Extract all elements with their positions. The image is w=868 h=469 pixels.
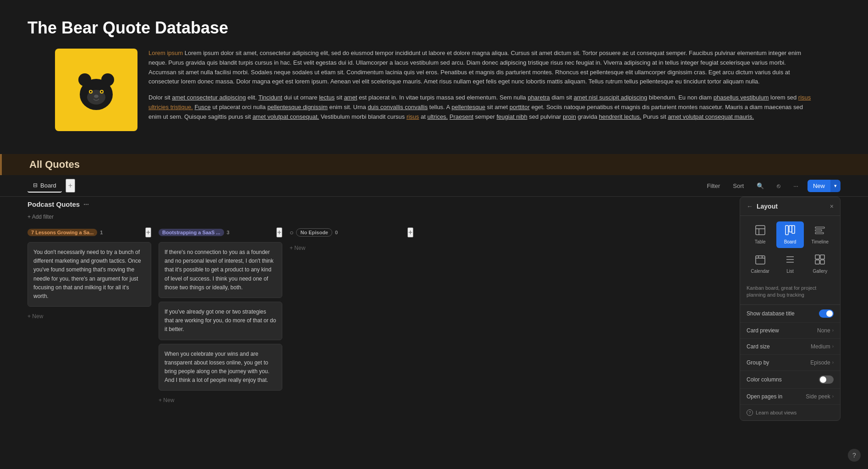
board-tab-icon: ⊟	[33, 182, 38, 188]
kanban-card-1-1[interactable]: You don't necessarily need to try a bunc…	[27, 242, 151, 307]
toolbar: ⊟ Board + Filter Sort 🔍 ⎋ ··· New ▾	[0, 175, 868, 197]
svg-rect-18	[756, 256, 765, 264]
column-tag-2: Bootstrapping a SaaS ...	[159, 229, 224, 236]
column-title-1: 7 Lessons Growing a Sa... 1	[27, 229, 103, 236]
add-tab-button[interactable]: +	[66, 179, 75, 193]
card-size-label: Card size	[747, 343, 770, 350]
svg-rect-26	[820, 255, 824, 259]
connections-button[interactable]: ⎋	[773, 181, 784, 191]
svg-point-7	[101, 91, 103, 93]
svg-rect-28	[820, 260, 824, 264]
kanban-card-2-1[interactable]: If there's no connection to you as a fou…	[159, 242, 282, 298]
description-p1: Lorem ipsum Lorem ipsum dolor sit amet, …	[148, 49, 813, 87]
list-layout-label: List	[786, 269, 794, 274]
panel-row-card-size[interactable]: Card size Medium ›	[740, 339, 840, 355]
kanban-card-2-3[interactable]: When you celebrate your wins and are tra…	[159, 344, 282, 391]
filter-button[interactable]: Filter	[703, 181, 724, 191]
layout-option-gallery[interactable]: Gallery	[807, 251, 834, 277]
panel-row-color-columns: Color columns	[740, 371, 840, 389]
tab-board-label: Board	[40, 182, 56, 189]
layout-option-list[interactable]: List	[776, 251, 803, 277]
column-count-2: 3	[227, 230, 230, 235]
card-text-2-3: When you celebrate your wins and are tra…	[165, 350, 276, 385]
sort-button[interactable]: Sort	[729, 181, 747, 191]
timeline-layout-icon	[815, 225, 825, 237]
section-menu-button[interactable]: ···	[83, 201, 89, 208]
show-title-toggle[interactable]	[819, 309, 834, 318]
layout-option-table[interactable]: Table	[747, 221, 774, 248]
panel-back-button[interactable]: ←	[747, 203, 753, 210]
calendar-layout-icon	[755, 254, 765, 267]
column-tag-1: 7 Lessons Growing a Sa...	[27, 229, 97, 236]
show-title-label: Show database title	[747, 310, 795, 317]
column-add-button-3[interactable]: +	[407, 227, 413, 237]
board-layout-label: Board	[784, 239, 797, 244]
page-container: The Bear Quote Database	[0, 0, 868, 469]
add-new-card-2[interactable]: + New	[159, 394, 282, 406]
card-text-1-1: You don't necessarily need to try a bunc…	[33, 248, 145, 301]
panel-row-card-preview[interactable]: Card preview None ›	[740, 323, 840, 339]
description-p2: Dolor sit amet consectetur adipiscing el…	[148, 93, 813, 121]
open-pages-label: Open pages in	[747, 393, 782, 400]
layout-option-calendar[interactable]: Calendar	[747, 251, 774, 277]
bear-logo	[55, 49, 137, 131]
panel-close-button[interactable]: ×	[830, 203, 834, 210]
layout-panel: ← Layout × Table Board	[740, 197, 841, 421]
search-button[interactable]: 🔍	[753, 181, 768, 191]
layout-option-board[interactable]: Board	[776, 221, 803, 248]
add-filter-button[interactable]: + Add filter	[27, 212, 725, 222]
column-header-1: 7 Lessons Growing a Sa... 1 +	[27, 227, 151, 237]
group-by-label: Group by	[747, 359, 769, 366]
column-header-2: Bootstrapping a SaaS ... 3 +	[159, 227, 282, 237]
page-content-area: Lorem ipsum Lorem ipsum dolor sit amet, …	[27, 49, 841, 131]
help-button[interactable]: ?	[848, 449, 861, 462]
svg-rect-16	[815, 230, 822, 231]
lorem-link: Lorem ipsum	[148, 50, 183, 56]
kanban-card-2-2[interactable]: If you've already got one or two strateg…	[159, 302, 282, 340]
column-add-button-1[interactable]: +	[145, 227, 151, 237]
learn-about-views-link[interactable]: ? Learn about views	[740, 405, 840, 420]
column-header-3: ○ No Episode 0 +	[290, 227, 413, 237]
card-text-2-2: If you've already got one or two strateg…	[165, 308, 276, 334]
card-size-value: Medium ›	[811, 343, 834, 350]
kanban-column-3: ○ No Episode 0 + + New	[290, 227, 413, 406]
svg-rect-25	[815, 255, 819, 259]
new-button[interactable]: New	[808, 180, 830, 192]
panel-header: ← Layout ×	[740, 197, 840, 216]
kanban-column-1: 7 Lessons Growing a Sa... 1 + You don't …	[27, 227, 151, 406]
more-button[interactable]: ···	[790, 181, 802, 191]
toolbar-right: Filter Sort 🔍 ⎋ ··· New ▾	[703, 180, 841, 192]
column-add-button-2[interactable]: +	[276, 227, 282, 237]
svg-rect-9	[756, 226, 765, 235]
add-new-card-3[interactable]: + New	[290, 242, 413, 254]
all-quotes-section: All Quotes	[0, 154, 868, 175]
new-button-dropdown[interactable]: ▾	[830, 180, 841, 192]
svg-rect-12	[786, 226, 788, 235]
kanban-column-2: Bootstrapping a SaaS ... 3 + If there's …	[159, 227, 282, 406]
learn-help-icon: ?	[747, 409, 753, 416]
svg-rect-14	[792, 226, 795, 233]
add-new-card-1[interactable]: + New	[27, 310, 151, 322]
panel-row-group-by[interactable]: Group by Episode ›	[740, 355, 840, 371]
svg-point-8	[94, 95, 99, 98]
layout-options-grid: Table Board Timeline	[740, 216, 840, 283]
page-header: The Bear Quote Database	[0, 0, 868, 154]
panel-row-open-pages[interactable]: Open pages in Side peek ›	[740, 389, 840, 405]
tab-board[interactable]: ⊟ Board	[27, 179, 62, 193]
kanban-board: 7 Lessons Growing a Sa... 1 + You don't …	[27, 227, 725, 406]
all-quotes-header: All Quotes	[2, 154, 868, 175]
column-tag-3: No Episode	[296, 228, 332, 237]
svg-rect-15	[815, 227, 824, 228]
card-preview-label: Card preview	[747, 327, 779, 334]
color-columns-toggle[interactable]	[819, 375, 834, 384]
table-layout-label: Table	[755, 239, 766, 244]
new-button-wrapper: New ▾	[808, 180, 841, 192]
gallery-layout-label: Gallery	[813, 269, 827, 274]
column-title-3: ○ No Episode 0	[290, 228, 338, 237]
color-columns-label: Color columns	[747, 376, 782, 383]
svg-rect-17	[815, 232, 824, 234]
layout-option-timeline[interactable]: Timeline	[807, 221, 834, 248]
svg-point-6	[90, 91, 92, 93]
board-section-header: Podcast Quotes ···	[27, 197, 725, 212]
list-layout-icon	[785, 254, 795, 267]
